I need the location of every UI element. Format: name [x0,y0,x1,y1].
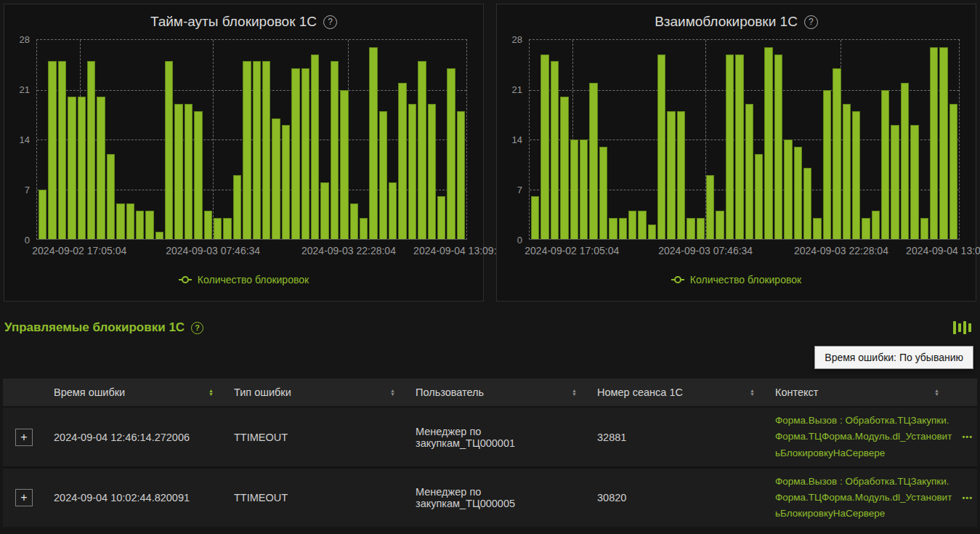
bar [716,211,724,239]
column-header-2[interactable]: Пользователь▲▼ [407,379,588,406]
column-header-label: Номер сеанса 1С [597,387,683,398]
bar [194,111,202,239]
bar [136,211,144,239]
plot-wrap: 2024-09-02 17:05:042024-09-03 07:46:3420… [36,39,467,261]
cell-session: 30820 [588,492,766,503]
bar [68,97,76,239]
column-header-label: Время ошибки [54,387,125,398]
bar [398,83,406,239]
bar [697,218,705,239]
bar [350,203,358,239]
y-tick-label: 7 [25,185,30,195]
bar [58,61,66,239]
bar [457,111,465,239]
bar [677,111,685,239]
bar [589,83,597,239]
bar [706,175,714,239]
x-tick-label: 2024-09-02 17:05:04 [525,245,619,256]
sort-down-icon: ▼ [750,392,755,397]
bar [551,61,559,239]
panel-header: Тайм-ауты блокировок 1С ? [4,4,483,33]
plot-wrap: 2024-09-02 17:05:042024-09-03 07:46:3420… [529,39,960,261]
panels-row: Тайм-ауты блокировок 1С ? 07142128 2024-… [0,0,980,302]
bar [843,104,851,239]
cell-context-text: Форма.Вызов : Обработка.ТЦЗакупки.Форма.… [775,474,955,522]
chart-deadlocks: 07142128 2024-09-02 17:05:042024-09-03 0… [497,33,976,261]
bar [428,104,436,239]
plot-area[interactable] [529,39,960,240]
bar [107,154,115,239]
bar [437,196,445,239]
column-settings-icon[interactable] [953,320,971,335]
sort-icon[interactable]: ▲▼ [750,389,755,397]
help-icon[interactable]: ? [323,15,337,29]
column-header-1[interactable]: Тип ошибки▲▼ [225,379,407,406]
bar [852,111,860,239]
y-axis: 07142128 [10,39,36,240]
bar [619,218,627,239]
bar [540,54,548,239]
bar [39,190,46,240]
x-axis: 2024-09-02 17:05:042024-09-03 07:46:3420… [529,243,960,261]
bar [369,47,377,239]
bar [145,211,153,239]
bar [78,97,86,239]
panel-title: Тайм-ауты блокировок 1С [150,14,317,30]
expand-cell: + [3,489,45,506]
bar [389,182,397,239]
bar [360,218,368,239]
cell-user: Менеджер по закупкам_ТЦ000001 [407,426,588,449]
section-title-text: Управляемые блокировки 1С [4,320,185,335]
x-tick-label: 2024-09-04 13:09:34 [906,245,980,256]
bar [803,168,811,239]
plot-area[interactable] [36,39,467,240]
section-header: Управляемые блокировки 1С ? [4,319,971,336]
bar [272,118,280,239]
panel-deadlocks: Взаимоблокировки 1С ? 07142128 2024-09-0… [496,4,976,302]
context-more-button[interactable]: ••• [962,430,973,443]
legend-item[interactable]: Количество блокировок [497,274,976,286]
y-tick-label: 28 [20,34,30,45]
sort-icon[interactable]: ▲▼ [390,389,395,397]
bar [204,211,212,239]
help-icon[interactable]: ? [804,15,818,29]
sort-order-tooltip: Время ошибки: По убыванию [814,346,973,369]
sort-down-icon: ▼ [934,392,939,397]
x-tick-label: 2024-09-03 07:46:34 [166,245,260,256]
bar [379,111,387,239]
x-tick-label: 2024-09-03 22:28:04 [794,245,888,256]
bar [174,104,182,239]
context-more-button[interactable]: ••• [962,491,973,504]
sort-icon[interactable]: ▲▼ [934,389,939,397]
legend-item[interactable]: Количество блокировок [4,274,483,286]
expand-cell: + [3,429,45,446]
expand-row-button[interactable]: + [15,429,33,446]
cell-error-time: 2024-09-04 12:46:14.272006 [45,432,225,443]
bar [891,125,899,239]
legend-label: Количество блокировок [198,274,309,286]
bar [833,68,841,239]
x-axis: 2024-09-02 17:05:042024-09-03 07:46:3420… [36,243,467,261]
bar [282,125,290,239]
x-tick-label: 2024-09-03 22:28:04 [301,245,396,256]
bar [920,218,928,239]
sort-icon[interactable]: ▲▼ [572,389,577,397]
expand-row-button[interactable]: + [15,489,33,506]
x-tick-label: 2024-09-02 17:05:04 [32,245,126,256]
sort-icon[interactable]: ▲▼ [208,389,214,397]
column-header-0[interactable]: Время ошибки▲▼ [45,379,225,406]
x-tick-label: 2024-09-04 13:09:34 [413,245,508,256]
table-row: +2024-09-04 10:02:44.820091TTIMEOUTМенед… [3,466,977,527]
bar [872,211,880,239]
bar [813,218,821,239]
column-header-4[interactable]: Контекст▲▼ [766,379,977,406]
column-header-3[interactable]: Номер сеанса 1С▲▼ [588,379,766,406]
bar [331,61,339,239]
bar [214,218,222,239]
series-marker-icon [671,277,684,283]
bar [939,47,947,239]
x-tick-label: 2024-09-03 07:46:34 [658,245,753,256]
bar [291,68,299,239]
help-icon[interactable]: ? [191,322,203,334]
bar [823,90,831,240]
